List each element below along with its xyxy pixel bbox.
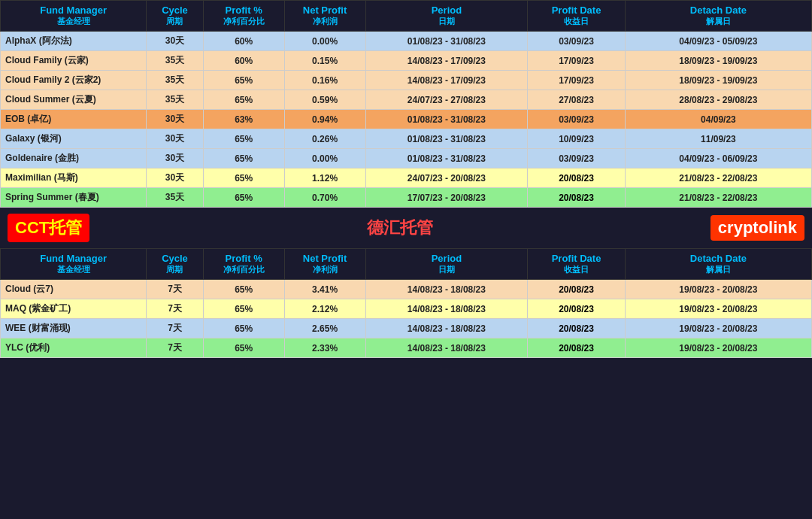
cell-net-profit: 2.12% [284, 299, 365, 319]
cell-profit-pct: 65% [203, 280, 284, 299]
cell-profit-date: 20/08/23 [528, 188, 625, 208]
cell-profit-pct: 63% [203, 110, 284, 129]
cell-cycle: 35天 [147, 188, 204, 208]
cell-profit-date: 27/08/23 [528, 90, 625, 110]
cell-period: 14/08/23 - 18/08/23 [365, 299, 528, 319]
cell-net-profit: 0.15% [284, 51, 365, 71]
cell-period: 14/08/23 - 18/08/23 [365, 319, 528, 338]
table-row: Cloud Summer (云夏) 35天 65% 0.59% 24/07/23… [1, 90, 812, 110]
table-row: Spring Summer (春夏) 35天 65% 0.70% 17/07/2… [1, 188, 812, 208]
main-container: Fund Manager 基金经理 Cycle 周期 Profit % 净利百分… [0, 0, 812, 358]
cell-profit-pct: 65% [203, 71, 284, 90]
cell-period: 24/07/23 - 27/08/23 [365, 90, 528, 110]
table1: Fund Manager 基金经理 Cycle 周期 Profit % 净利百分… [0, 0, 812, 208]
cell-period: 14/08/23 - 18/08/23 [365, 280, 528, 299]
table-row: Goldenaire (金胜) 30天 65% 0.00% 01/08/23 -… [1, 149, 812, 168]
cell-detach-date: 04/09/23 - 05/09/23 [625, 32, 811, 51]
cell-profit-date: 03/09/23 [528, 32, 625, 51]
cell-profit-pct: 65% [203, 299, 284, 319]
cell-profit-date: 20/08/23 [528, 319, 625, 338]
cell-manager: Spring Summer (春夏) [1, 188, 147, 208]
col2-header-net-profit: Net Profit 净利润 [284, 249, 365, 280]
cell-manager: Cloud Family 2 (云家2) [1, 71, 147, 90]
table-row: WEE (财富涌现) 7天 65% 2.65% 14/08/23 - 18/08… [1, 319, 812, 338]
cell-detach-date: 04/09/23 - 06/09/23 [625, 149, 811, 168]
col-header-manager: Fund Manager 基金经理 [1, 1, 147, 32]
table-row: Cloud Family 2 (云家2) 35天 65% 0.16% 14/08… [1, 71, 812, 90]
cell-detach-date: 11/09/23 [625, 129, 811, 149]
col-header-detach-date: Detach Date 解属日 [625, 1, 811, 32]
col-header-net-profit: Net Profit 净利润 [284, 1, 365, 32]
col2-header-profit-date: Profit Date 收益日 [528, 249, 625, 280]
cell-manager: AlphaX (阿尔法) [1, 32, 147, 51]
cell-detach-date: 21/08/23 - 22/08/23 [625, 188, 811, 208]
table-row: Maximilian (马斯) 30天 65% 1.12% 24/07/23 -… [1, 168, 812, 188]
cell-manager: WEE (财富涌现) [1, 319, 147, 338]
cell-period: 14/08/23 - 18/08/23 [365, 338, 528, 358]
cell-profit-date: 20/08/23 [528, 299, 625, 319]
dehui-label: 德汇托管 [367, 217, 433, 239]
cell-cycle: 7天 [147, 319, 204, 338]
cell-profit-date: 03/09/23 [528, 110, 625, 129]
col2-header-profit-pct: Profit % 净利百分比 [203, 249, 284, 280]
cell-manager: Galaxy (银河) [1, 129, 147, 149]
cell-net-profit: 0.00% [284, 149, 365, 168]
cell-manager: EOB (卓亿) [1, 110, 147, 129]
cell-detach-date: 28/08/23 - 29/08/23 [625, 90, 811, 110]
cell-period: 14/08/23 - 17/09/23 [365, 51, 528, 71]
cell-cycle: 7天 [147, 338, 204, 358]
cell-cycle: 30天 [147, 129, 204, 149]
cell-profit-pct: 60% [203, 51, 284, 71]
cell-net-profit: 0.59% [284, 90, 365, 110]
cell-profit-pct: 65% [203, 90, 284, 110]
table1-header-row: Fund Manager 基金经理 Cycle 周期 Profit % 净利百分… [1, 1, 812, 32]
cell-profit-pct: 65% [203, 149, 284, 168]
cell-manager: Cloud (云7) [1, 280, 147, 299]
cell-cycle: 7天 [147, 280, 204, 299]
cell-profit-date: 17/09/23 [528, 51, 625, 71]
cell-period: 01/08/23 - 31/08/23 [365, 32, 528, 51]
cell-detach-date: 19/08/23 - 20/08/23 [625, 319, 811, 338]
table-row: Cloud (云7) 7天 65% 3.41% 14/08/23 - 18/08… [1, 280, 812, 299]
cell-net-profit: 2.65% [284, 319, 365, 338]
table-row: Galaxy (银河) 30天 65% 0.26% 01/08/23 - 31/… [1, 129, 812, 149]
cell-net-profit: 1.12% [284, 168, 365, 188]
cell-detach-date: 19/08/23 - 20/08/23 [625, 280, 811, 299]
table-row: Cloud Family (云家) 35天 60% 0.15% 14/08/23… [1, 51, 812, 71]
cell-detach-date: 19/08/23 - 20/08/23 [625, 338, 811, 358]
cell-profit-pct: 65% [203, 338, 284, 358]
cell-net-profit: 0.16% [284, 71, 365, 90]
cell-cycle: 7天 [147, 299, 204, 319]
cell-profit-date: 17/09/23 [528, 71, 625, 90]
cct-label: CCT托管 [8, 214, 89, 242]
cell-period: 17/07/23 - 20/08/23 [365, 188, 528, 208]
cell-profit-pct: 65% [203, 129, 284, 149]
cell-detach-date: 21/08/23 - 22/08/23 [625, 168, 811, 188]
cell-cycle: 30天 [147, 110, 204, 129]
cell-profit-date: 10/09/23 [528, 129, 625, 149]
table-row: EOB (卓亿) 30天 63% 0.94% 01/08/23 - 31/08/… [1, 110, 812, 129]
table2-header-row: Fund Manager 基金经理 Cycle 周期 Profit % 净利百分… [1, 249, 812, 280]
table2: Fund Manager 基金经理 Cycle 周期 Profit % 净利百分… [0, 248, 812, 358]
cell-net-profit: 3.41% [284, 280, 365, 299]
cell-profit-date: 03/09/23 [528, 149, 625, 168]
cell-profit-date: 20/08/23 [528, 338, 625, 358]
cell-period: 01/08/23 - 31/08/23 [365, 129, 528, 149]
cell-detach-date: 18/09/23 - 19/09/23 [625, 71, 811, 90]
col2-header-manager: Fund Manager 基金经理 [1, 249, 147, 280]
table-row: AlphaX (阿尔法) 30天 60% 0.00% 01/08/23 - 31… [1, 32, 812, 51]
cryptolink-label: cryptolink [710, 215, 804, 241]
cell-detach-date: 19/08/23 - 20/08/23 [625, 299, 811, 319]
cell-period: 14/08/23 - 17/09/23 [365, 71, 528, 90]
cell-manager: Cloud Summer (云夏) [1, 90, 147, 110]
cell-manager: Maximilian (马斯) [1, 168, 147, 188]
cell-cycle: 30天 [147, 32, 204, 51]
cell-cycle: 35天 [147, 71, 204, 90]
cell-profit-pct: 65% [203, 168, 284, 188]
cell-period: 01/08/23 - 31/08/23 [365, 110, 528, 129]
cell-profit-date: 20/08/23 [528, 168, 625, 188]
col-header-profit-date: Profit Date 收益日 [528, 1, 625, 32]
cell-net-profit: 2.33% [284, 338, 365, 358]
cell-net-profit: 0.70% [284, 188, 365, 208]
col-header-profit-pct: Profit % 净利百分比 [203, 1, 284, 32]
